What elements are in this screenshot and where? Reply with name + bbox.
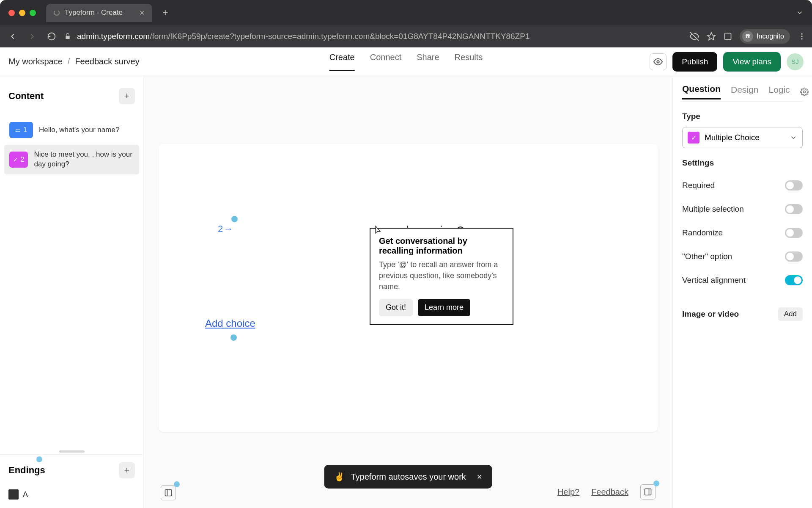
setting-other-option-label: "Other" option [682, 252, 732, 261]
tabs-dropdown-icon[interactable] [796, 9, 804, 17]
question-item-1[interactable]: ▭ 1 Hello, what's your name? [4, 117, 139, 143]
add-content-button[interactable]: + [119, 88, 135, 104]
toggle-other-option[interactable] [785, 251, 803, 262]
user-avatar[interactable]: SJ [787, 53, 804, 70]
recall-info-tooltip: Get conversational by recalling informat… [370, 228, 513, 325]
breadcrumb-workspace[interactable]: My workspace [8, 57, 63, 66]
incognito-chip[interactable]: Incognito [740, 29, 790, 44]
cursor-icon [374, 225, 382, 236]
browser-tab-bar: Typeform - Create × + [0, 0, 812, 25]
url-host: admin.typeform.com [77, 32, 150, 41]
got-it-button[interactable]: Got it! [379, 299, 413, 316]
nav-tab-results[interactable]: Results [455, 52, 483, 71]
svg-rect-10 [645, 489, 651, 495]
close-tab-icon[interactable]: × [140, 8, 145, 18]
url-path: /form/lK6Pp59p/create?typeform-source=ad… [150, 32, 529, 41]
view-plans-button[interactable]: View plans [723, 52, 781, 72]
toast-text: Typeform autosaves your work [351, 472, 466, 482]
breadcrumb: My workspace / Feedback survey [8, 57, 140, 66]
collapse-left-panel-button[interactable] [161, 485, 176, 500]
question-number-display: 2 → [218, 224, 233, 235]
toggle-required[interactable] [785, 180, 803, 190]
question-number: 1 [23, 126, 27, 134]
check-icon: ✓ [13, 156, 18, 163]
toggle-multiple-selection[interactable] [785, 204, 803, 214]
breadcrumb-separator: / [68, 57, 70, 66]
collapse-right-panel-button[interactable] [640, 484, 656, 500]
panel-resize-handle[interactable] [59, 450, 85, 453]
browser-menu-icon[interactable] [798, 32, 806, 41]
back-button[interactable] [6, 32, 19, 41]
question-label: Hello, what's your name? [39, 125, 119, 135]
svg-rect-8 [165, 490, 172, 496]
short-text-icon: ▭ [15, 127, 21, 133]
reload-button[interactable] [45, 32, 58, 41]
hint-dot-icon [36, 456, 42, 462]
new-tab-button[interactable]: + [158, 6, 173, 20]
add-media-button[interactable]: Add [778, 307, 803, 321]
question-type-icon: ▭ 1 [9, 122, 33, 138]
breadcrumb-form-name[interactable]: Feedback survey [75, 57, 139, 66]
svg-point-6 [801, 38, 802, 39]
browser-toolbar: admin.typeform.com/form/lK6Pp59p/create?… [0, 25, 812, 47]
type-value: Multiple Choice [705, 133, 785, 142]
address-bar[interactable]: admin.typeform.com/form/lK6Pp59p/create?… [77, 32, 684, 41]
publish-button[interactable]: Publish [672, 52, 717, 72]
svg-point-4 [801, 33, 802, 35]
close-window[interactable] [8, 10, 15, 16]
forward-button[interactable] [25, 32, 39, 41]
window-controls [8, 10, 36, 16]
hint-dot-icon [174, 481, 180, 487]
close-toast-button[interactable]: × [477, 472, 482, 482]
toggle-randomize[interactable] [785, 228, 803, 238]
type-heading: Type [682, 112, 803, 121]
minimize-window[interactable] [19, 10, 25, 16]
left-sidebar: Content + ▭ 1 Hello, what's your name? ✓… [0, 76, 144, 508]
right-panel: Question Design Logic Type ✓ Multiple Ch… [672, 76, 812, 508]
question-type-select[interactable]: ✓ Multiple Choice [682, 127, 803, 148]
tooltip-body: Type '@' to recall an answer from a prev… [379, 259, 504, 292]
panel-settings-icon[interactable] [800, 88, 809, 96]
nav-tab-share[interactable]: Share [417, 52, 439, 71]
main-nav: Create Connect Share Results [329, 52, 483, 71]
add-ending-button[interactable]: + [119, 462, 135, 478]
toggle-vertical-alignment[interactable] [785, 275, 803, 285]
tab-title: Typeform - Create [65, 8, 123, 17]
chevron-down-icon [790, 134, 797, 141]
nav-tab-connect[interactable]: Connect [370, 52, 402, 71]
preview-button[interactable] [650, 53, 667, 70]
browser-tab[interactable]: Typeform - Create × [46, 4, 152, 22]
question-item-2[interactable]: ✓ 2 Nice to meet you, , how is your day … [4, 145, 139, 174]
panel-tab-question[interactable]: Question [682, 84, 721, 99]
svg-marker-0 [708, 33, 715, 40]
footer-links: Help? Feedback [557, 484, 656, 500]
endings-heading: Endings [8, 465, 45, 476]
autosave-toast: ✌️ Typeform autosaves your work × [324, 465, 492, 489]
feedback-link[interactable]: Feedback [591, 487, 628, 497]
settings-heading: Settings [682, 158, 803, 168]
ending-item[interactable]: A [0, 486, 143, 508]
help-link[interactable]: Help? [557, 487, 579, 497]
svg-point-3 [748, 36, 750, 38]
question-label: Nice to meet you, , how is your day goin… [34, 150, 134, 169]
setting-multiple-selection-label: Multiple selection [682, 204, 744, 214]
app-header: My workspace / Feedback survey Create Co… [0, 47, 812, 76]
lock-icon [64, 33, 71, 40]
incognito-icon [742, 31, 753, 42]
image-or-video-heading: Image or video [682, 309, 739, 319]
nav-tab-create[interactable]: Create [329, 52, 355, 71]
setting-vertical-alignment-label: Vertical alignment [682, 276, 746, 285]
ending-label: A [23, 490, 28, 499]
extensions-icon[interactable] [724, 32, 732, 41]
svg-point-7 [657, 61, 659, 63]
maximize-window[interactable] [30, 10, 36, 16]
hide-extension-icon[interactable] [690, 32, 699, 41]
canvas: 2 → ur day going? Add choice Get convers… [144, 76, 672, 508]
panel-tab-logic[interactable]: Logic [768, 85, 790, 99]
svg-point-12 [803, 91, 805, 93]
multiple-choice-icon: ✓ [688, 132, 700, 144]
question-type-icon: ✓ 2 [9, 152, 28, 168]
learn-more-button[interactable]: Learn more [418, 299, 470, 316]
bookmark-star-icon[interactable] [707, 32, 716, 41]
panel-tab-design[interactable]: Design [731, 85, 758, 99]
